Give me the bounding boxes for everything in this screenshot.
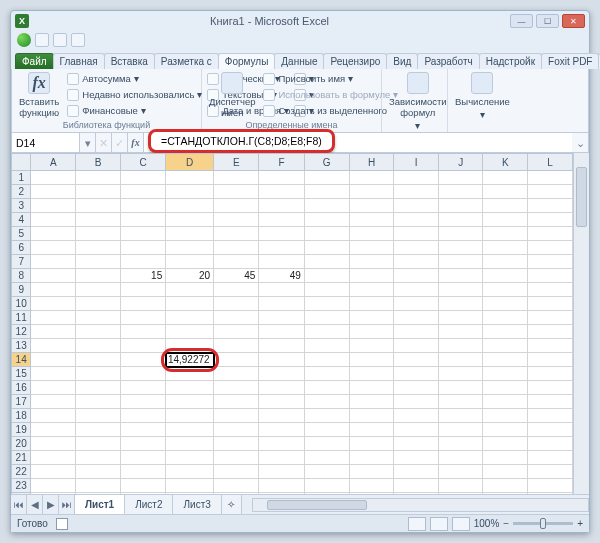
cell-H24[interactable]	[349, 493, 394, 495]
cell-C24[interactable]	[120, 493, 165, 495]
tab-data[interactable]: Данные	[274, 53, 324, 69]
cell-A17[interactable]	[31, 395, 76, 409]
cell-B4[interactable]	[76, 213, 121, 227]
cell-E23[interactable]	[214, 479, 259, 493]
row-header-13[interactable]: 13	[12, 339, 31, 353]
row-header-1[interactable]: 1	[12, 171, 31, 185]
cell-K11[interactable]	[483, 311, 528, 325]
sheet-nav-prev-icon[interactable]: ◀	[27, 495, 43, 515]
cell-E20[interactable]	[214, 437, 259, 451]
cell-H9[interactable]	[349, 283, 394, 297]
cell-D1[interactable]	[166, 171, 214, 185]
cell-F10[interactable]	[259, 297, 304, 311]
cell-C1[interactable]	[120, 171, 165, 185]
cell-D20[interactable]	[166, 437, 214, 451]
cell-I7[interactable]	[394, 255, 438, 269]
cell-I15[interactable]	[394, 367, 438, 381]
col-header-E[interactable]: E	[214, 154, 259, 171]
cell-H11[interactable]	[349, 311, 394, 325]
cell-H22[interactable]	[349, 465, 394, 479]
expand-formula-bar-icon[interactable]: ⌄	[572, 133, 588, 152]
cell-J14[interactable]	[438, 353, 483, 367]
cell-G19[interactable]	[304, 423, 349, 437]
cell-L11[interactable]	[528, 311, 573, 325]
cell-B15[interactable]	[76, 367, 121, 381]
cell-K6[interactable]	[483, 241, 528, 255]
cell-F4[interactable]	[259, 213, 304, 227]
cell-C21[interactable]	[120, 451, 165, 465]
sheet-nav-last-icon[interactable]: ⏭	[59, 495, 75, 515]
cell-I18[interactable]	[394, 409, 438, 423]
cell-B19[interactable]	[76, 423, 121, 437]
cell-E12[interactable]	[214, 325, 259, 339]
cell-H17[interactable]	[349, 395, 394, 409]
cell-E15[interactable]	[214, 367, 259, 381]
cell-F22[interactable]	[259, 465, 304, 479]
cell-G10[interactable]	[304, 297, 349, 311]
cell-I5[interactable]	[394, 227, 438, 241]
row-header-20[interactable]: 20	[12, 437, 31, 451]
cell-K20[interactable]	[483, 437, 528, 451]
row-header-16[interactable]: 16	[12, 381, 31, 395]
cell-K13[interactable]	[483, 339, 528, 353]
cell-B24[interactable]	[76, 493, 121, 495]
app-menu-icon[interactable]	[17, 33, 31, 47]
cell-I8[interactable]	[394, 269, 438, 283]
cell-G18[interactable]	[304, 409, 349, 423]
row-header-24[interactable]: 24	[12, 493, 31, 495]
zoom-in-button[interactable]: +	[577, 518, 583, 529]
cell-D8[interactable]: 20	[166, 269, 214, 283]
cell-L17[interactable]	[528, 395, 573, 409]
tab-formulas[interactable]: Формулы	[218, 53, 276, 69]
cell-C4[interactable]	[120, 213, 165, 227]
row-header-7[interactable]: 7	[12, 255, 31, 269]
horizontal-scrollbar[interactable]	[252, 498, 589, 512]
cell-A22[interactable]	[31, 465, 76, 479]
cell-D10[interactable]	[166, 297, 214, 311]
cell-J10[interactable]	[438, 297, 483, 311]
insert-function-button[interactable]: fx Вставить функцию	[16, 71, 62, 119]
cell-K3[interactable]	[483, 199, 528, 213]
cell-F23[interactable]	[259, 479, 304, 493]
cell-G21[interactable]	[304, 451, 349, 465]
cell-I20[interactable]	[394, 437, 438, 451]
cell-L14[interactable]	[528, 353, 573, 367]
tab-foxit[interactable]: Foxit PDF	[541, 53, 599, 69]
cell-K22[interactable]	[483, 465, 528, 479]
cell-C8[interactable]: 15	[120, 269, 165, 283]
cell-B12[interactable]	[76, 325, 121, 339]
cell-G24[interactable]	[304, 493, 349, 495]
formula-input[interactable]: =СТАНДОТКЛОН.Г(C8;D8;E8;F8)	[144, 133, 572, 152]
cell-H3[interactable]	[349, 199, 394, 213]
row-header-19[interactable]: 19	[12, 423, 31, 437]
cell-C12[interactable]	[120, 325, 165, 339]
cell-A10[interactable]	[31, 297, 76, 311]
cell-C23[interactable]	[120, 479, 165, 493]
cell-K19[interactable]	[483, 423, 528, 437]
cell-G5[interactable]	[304, 227, 349, 241]
cell-H14[interactable]	[349, 353, 394, 367]
row-header-4[interactable]: 4	[12, 213, 31, 227]
cell-B2[interactable]	[76, 185, 121, 199]
cell-E10[interactable]	[214, 297, 259, 311]
cell-L24[interactable]	[528, 493, 573, 495]
col-header-J[interactable]: J	[438, 154, 483, 171]
cell-D7[interactable]	[166, 255, 214, 269]
cell-H6[interactable]	[349, 241, 394, 255]
cell-A4[interactable]	[31, 213, 76, 227]
cell-I22[interactable]	[394, 465, 438, 479]
cell-B8[interactable]	[76, 269, 121, 283]
cell-I9[interactable]	[394, 283, 438, 297]
calculation-button[interactable]: Вычисление ▾	[452, 71, 513, 121]
vertical-scrollbar[interactable]	[573, 153, 589, 494]
cell-E19[interactable]	[214, 423, 259, 437]
cell-L5[interactable]	[528, 227, 573, 241]
cell-K4[interactable]	[483, 213, 528, 227]
cell-L4[interactable]	[528, 213, 573, 227]
cell-E13[interactable]	[214, 339, 259, 353]
cell-L12[interactable]	[528, 325, 573, 339]
cell-H2[interactable]	[349, 185, 394, 199]
cell-F16[interactable]	[259, 381, 304, 395]
cell-B9[interactable]	[76, 283, 121, 297]
cell-H7[interactable]	[349, 255, 394, 269]
